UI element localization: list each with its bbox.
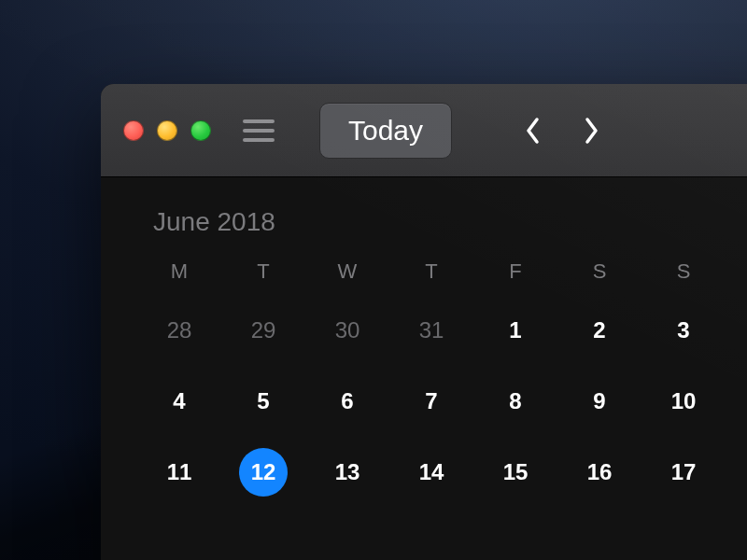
day-number: 1 (509, 317, 521, 343)
day-cell[interactable]: 15 (478, 448, 553, 497)
day-cell[interactable]: 1 (478, 306, 553, 355)
day-number: 12 (239, 448, 288, 497)
day-cell[interactable]: 5 (226, 377, 301, 426)
day-cell[interactable]: 13 (310, 448, 385, 497)
dow-label: S (562, 259, 637, 284)
day-number: 17 (671, 459, 697, 484)
day-cell[interactable]: 9 (562, 377, 637, 426)
dow-label: T (226, 259, 301, 284)
day-cell[interactable]: 17 (646, 448, 721, 497)
window-titlebar: Today (101, 84, 747, 177)
day-number: 4 (173, 388, 185, 413)
day-cell[interactable]: 8 (478, 377, 553, 426)
day-cell[interactable]: 14 (394, 448, 469, 497)
menu-icon[interactable] (243, 119, 275, 142)
minimize-icon[interactable] (157, 120, 177, 141)
prev-icon[interactable] (525, 117, 542, 145)
day-number: 7 (425, 388, 437, 413)
day-number: 31 (419, 317, 444, 343)
day-cell[interactable]: 28 (142, 306, 217, 355)
day-cell[interactable]: 4 (142, 377, 217, 426)
day-cell[interactable]: 2 (562, 306, 637, 355)
day-number: 13 (335, 459, 360, 484)
dow-label: M (142, 259, 217, 284)
dow-label: T (394, 259, 469, 284)
day-cell[interactable]: 30 (310, 306, 385, 355)
day-cell[interactable]: 11 (142, 448, 217, 497)
day-number: 16 (587, 459, 613, 484)
desktop-wallpaper: Today June 2018 (0, 0, 747, 560)
day-number: 28 (167, 317, 192, 343)
day-number: 6 (341, 388, 353, 413)
dow-label: W (310, 259, 385, 284)
day-number: 14 (419, 459, 444, 484)
day-cell[interactable]: 6 (310, 377, 385, 426)
day-number: 3 (677, 317, 689, 343)
day-number: 9 (593, 388, 605, 413)
day-number: 29 (251, 317, 276, 343)
day-number: 11 (167, 459, 192, 484)
month-title: June 2018 (153, 207, 275, 237)
window-controls (123, 120, 211, 141)
zoom-icon[interactable] (190, 120, 211, 141)
day-cell[interactable]: 3 (646, 306, 721, 355)
day-cell[interactable]: 29 (226, 306, 301, 355)
dow-label: S (646, 259, 721, 284)
month-header: June 2018 (140, 207, 747, 259)
day-number: 2 (593, 317, 605, 343)
calendar-window: Today June 2018 (101, 84, 747, 560)
day-number: 10 (671, 388, 697, 413)
day-cell[interactable]: 31 (394, 306, 469, 355)
day-cell[interactable]: 12 (226, 448, 301, 497)
day-number: 8 (509, 388, 521, 413)
day-cell[interactable]: 7 (394, 377, 469, 426)
day-cell[interactable]: 16 (562, 448, 637, 497)
today-button[interactable]: Today (319, 103, 452, 159)
dow-label: F (478, 259, 553, 284)
day-number: 15 (503, 459, 529, 484)
calendar-grid: MTWTFSS282930311234567891011121314151617 (140, 259, 747, 497)
day-cell[interactable]: 10 (646, 377, 721, 426)
calendar-body: June 2018 MTWTFSS28293031123456789101112… (101, 177, 747, 560)
next-icon[interactable] (583, 117, 599, 145)
close-icon[interactable] (123, 120, 144, 141)
day-number: 5 (257, 388, 269, 413)
day-number: 30 (335, 317, 360, 343)
toolbar-nav (525, 117, 599, 145)
